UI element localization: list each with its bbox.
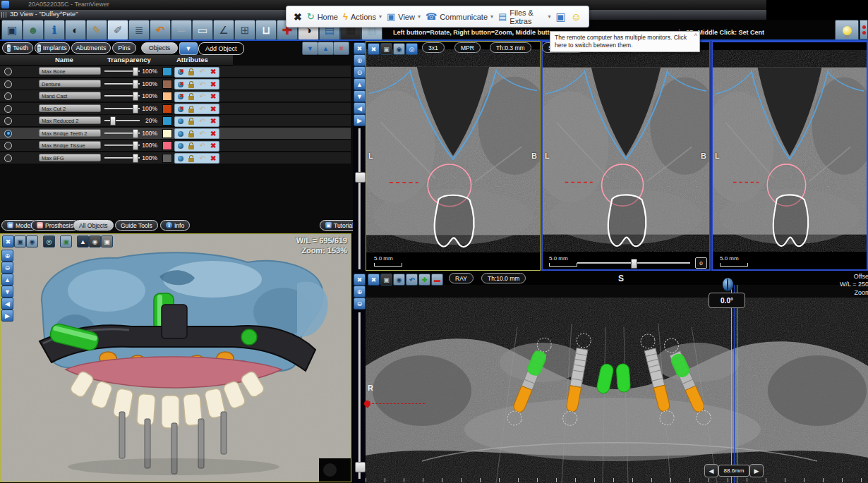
tooltip-collapse-icon[interactable]: ^ xyxy=(694,32,697,39)
color-swatch[interactable] xyxy=(162,116,172,126)
snapshot-icon[interactable]: ◉ xyxy=(393,43,405,55)
move-up-button[interactable]: ▲ xyxy=(318,42,334,55)
pan-down-icon[interactable]: ▼ xyxy=(354,90,366,102)
remove-button[interactable]: ✖ xyxy=(333,42,349,55)
eye-visibility-icon[interactable] xyxy=(178,131,183,137)
select-region-icon[interactable]: ⊞ xyxy=(234,20,255,40)
slider-handle[interactable] xyxy=(355,172,366,183)
object-visibility-radio[interactable] xyxy=(4,142,12,149)
add-object-button[interactable]: Add Object xyxy=(198,42,244,55)
color-swatch[interactable] xyxy=(162,80,172,89)
delete-icon[interactable]: ✖ xyxy=(210,106,216,113)
probe-tool-icon[interactable]: ✐ xyxy=(107,20,128,40)
tv-menu-files-extras[interactable]: ▤ Files & Extras ▾ xyxy=(498,8,550,25)
pan-left-icon[interactable]: ◀ xyxy=(1,298,13,310)
reset-icon[interactable]: ↶ xyxy=(199,68,205,75)
cross-section-view-1[interactable] xyxy=(366,41,541,271)
reset-icon[interactable]: ↶ xyxy=(199,93,205,100)
undo-icon[interactable]: ↶ xyxy=(150,20,171,40)
slice-index-box[interactable]: 0 xyxy=(695,257,707,269)
pan-right-icon[interactable]: ▶ xyxy=(354,114,366,126)
pano-cursor-line-yellow[interactable] xyxy=(731,285,732,483)
object-visibility-radio[interactable] xyxy=(4,105,12,113)
zoom-in-icon[interactable]: ⊕ xyxy=(354,286,366,298)
shade-sphere-icon[interactable]: ◐ xyxy=(65,20,86,40)
object-visibility-radio[interactable] xyxy=(4,154,12,162)
lightbulb-button[interactable] xyxy=(835,20,859,41)
screen-icon[interactable]: ▣ xyxy=(14,236,26,247)
reset-icon[interactable]: ↶ xyxy=(199,155,205,162)
ray-mode-button[interactable]: RAY xyxy=(449,273,474,283)
reset-icon[interactable]: ↶ xyxy=(199,118,205,125)
tab-all-objects[interactable]: All Objects xyxy=(73,220,114,231)
distance-readout[interactable]: 88.6mm xyxy=(718,465,749,477)
tab-pins[interactable]: Pins xyxy=(112,42,136,54)
3d-view[interactable]: ✖ ▣ ◉ ◎ ▣ ▲ ◉ ▣ ⊕ ⊖ ▲ ▼ ◀ ▶ W/L = 695/61… xyxy=(0,233,351,482)
tab-guide-tools[interactable]: Guide Tools xyxy=(115,220,158,231)
delete-icon[interactable]: ✖ xyxy=(210,93,216,100)
tv-menu-communicate[interactable]: ☎ Communicate ▾ xyxy=(426,11,493,22)
screen-icon[interactable]: ▣ xyxy=(380,43,392,55)
reset-icon[interactable]: ↶ xyxy=(199,81,205,88)
color-swatch[interactable] xyxy=(162,141,172,150)
pan-up-icon[interactable]: ▲ xyxy=(1,274,13,286)
tab-implants[interactable]: † Implants xyxy=(35,42,70,54)
objects-dropdown-button[interactable]: ▼ xyxy=(179,42,198,55)
color-swatch[interactable] xyxy=(162,67,172,76)
pan-left-icon[interactable]: ◀ xyxy=(354,102,366,114)
mpr-button[interactable]: MPR xyxy=(454,42,481,53)
tools-icon[interactable]: ✖ xyxy=(368,274,380,286)
undo-icon[interactable]: ↶ xyxy=(406,274,418,286)
slice-scroll-slider[interactable] xyxy=(358,128,361,269)
tools-icon[interactable]: ✖ xyxy=(354,274,366,286)
pan-right-icon[interactable]: ▶ xyxy=(1,310,13,322)
eye-visibility-icon[interactable] xyxy=(178,118,183,124)
cross-section-view-3[interactable] xyxy=(711,41,868,271)
zoom-out-icon[interactable]: ⊖ xyxy=(354,66,366,78)
lock-icon[interactable] xyxy=(188,133,194,137)
histogram-icon[interactable]: ▲ xyxy=(77,236,89,247)
color-swatch[interactable] xyxy=(162,92,172,101)
pano-cursor-line-cyan[interactable] xyxy=(737,285,737,483)
pano-thickness-button[interactable]: Th:10.0 mm xyxy=(481,273,526,283)
tab-info[interactable]: ℹ Info xyxy=(160,220,190,231)
slice-lines-icon[interactable]: ═ xyxy=(171,20,192,40)
snapshot-icon[interactable]: ◉ xyxy=(26,236,38,247)
tab-objects[interactable]: Objects xyxy=(141,42,178,54)
screen-icon[interactable]: ▣ xyxy=(380,274,392,286)
display-capture-icon[interactable]: ▣ xyxy=(1,20,23,40)
tab-prosthesis[interactable]: ▤ Prosthesis xyxy=(31,220,79,231)
move-down-button[interactable]: ▼ xyxy=(302,42,318,55)
tools-icon[interactable]: ✖ xyxy=(2,236,14,247)
thickness-button[interactable]: Th:0.3 mm xyxy=(490,42,531,53)
profile-render-icon[interactable]: ▣ xyxy=(101,236,113,247)
partial-toolbar-button[interactable] xyxy=(860,20,868,39)
prev-slice-button[interactable]: ◀ xyxy=(704,464,718,477)
sphere-icon[interactable]: ◎ xyxy=(406,43,418,55)
panoramic-view[interactable] xyxy=(366,271,868,483)
tv-menu-home[interactable]: ↻ Home xyxy=(307,11,338,22)
object-visibility-radio[interactable] xyxy=(4,80,12,88)
zoom-in-icon[interactable]: ⊕ xyxy=(1,250,13,262)
delete-icon[interactable]: ✖ xyxy=(210,130,216,137)
delete-icon[interactable]: ✖ xyxy=(210,142,216,149)
object-visibility-radio[interactable] xyxy=(4,68,12,75)
color-swatch[interactable] xyxy=(162,154,172,163)
object-name-field[interactable]: Max Cut 2 xyxy=(39,104,101,112)
info-icon[interactable]: ℹ xyxy=(44,20,65,40)
reset-icon[interactable]: ↶ xyxy=(199,130,205,137)
tab-teeth[interactable]: ∩ Teeth xyxy=(2,42,33,54)
object-name-field[interactable]: Max Bone xyxy=(39,67,101,75)
pan-up-icon[interactable]: ▲ xyxy=(354,78,366,90)
color-swatch[interactable] xyxy=(162,104,172,114)
lock-icon[interactable] xyxy=(188,71,194,75)
zoom-in-icon[interactable]: ⊕ xyxy=(354,54,366,66)
color-swatch[interactable] xyxy=(162,129,172,138)
snapshot-icon[interactable]: ◉ xyxy=(393,274,405,286)
zoom-out-icon[interactable]: ⊖ xyxy=(1,262,13,274)
eye-visibility-icon[interactable]: ✖ xyxy=(178,82,183,87)
eye-visibility-icon[interactable]: ✖ xyxy=(178,69,183,75)
pano-cursor-line-blue[interactable] xyxy=(734,285,735,483)
close-session-button[interactable]: ✖ xyxy=(294,11,302,23)
lock-icon[interactable] xyxy=(188,96,194,100)
